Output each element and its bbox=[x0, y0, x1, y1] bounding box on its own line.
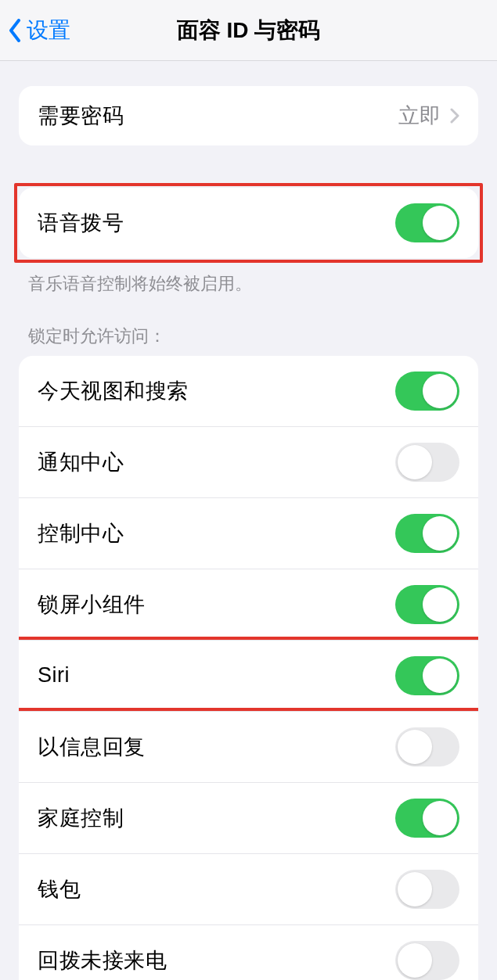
lock-access-toggle[interactable] bbox=[395, 372, 459, 411]
lock-access-label: Siri bbox=[38, 663, 70, 687]
back-button[interactable]: 设置 bbox=[0, 16, 70, 45]
lock-access-toggle[interactable] bbox=[395, 514, 459, 553]
lock-access-row: 控制中心 bbox=[19, 497, 478, 569]
voice-dial-toggle[interactable] bbox=[395, 203, 459, 242]
lock-access-row: 通知中心 bbox=[19, 426, 478, 497]
lock-access-row: 回拨未接来电 bbox=[19, 924, 478, 980]
lock-access-label: 钱包 bbox=[38, 875, 81, 903]
lock-access-list: 今天视图和搜索通知中心控制中心锁屏小组件Siri以信息回复家庭控制钱包回拨未接来… bbox=[19, 356, 478, 980]
lock-access-label: 锁屏小组件 bbox=[38, 591, 146, 619]
voice-dial-row: 语音拨号 bbox=[19, 188, 478, 258]
voice-dial-label: 语音拨号 bbox=[38, 209, 124, 237]
lock-access-toggle[interactable] bbox=[395, 656, 459, 695]
require-passcode-value: 立即 bbox=[398, 102, 441, 130]
lock-access-toggle[interactable] bbox=[395, 585, 459, 624]
lock-access-row: 家庭控制 bbox=[19, 782, 478, 853]
navigation-bar: 设置 面容 ID 与密码 bbox=[0, 0, 497, 61]
lock-access-row: 以信息回复 bbox=[19, 711, 478, 782]
chevron-right-icon bbox=[450, 108, 459, 124]
lock-access-row: Siri bbox=[19, 640, 478, 711]
lock-access-label: 回拨未接来电 bbox=[38, 946, 167, 975]
lock-access-label: 以信息回复 bbox=[38, 733, 146, 761]
require-passcode-label: 需要密码 bbox=[38, 102, 124, 130]
back-label: 设置 bbox=[27, 16, 70, 45]
lock-access-label: 家庭控制 bbox=[38, 804, 124, 832]
lock-access-row: 今天视图和搜索 bbox=[19, 356, 478, 426]
lock-access-toggle[interactable] bbox=[395, 799, 459, 838]
lock-access-toggle[interactable] bbox=[395, 941, 459, 980]
lock-access-label: 通知中心 bbox=[38, 448, 124, 476]
voice-dial-footer: 音乐语音控制将始终被启用。 bbox=[0, 263, 497, 296]
lock-access-label: 控制中心 bbox=[38, 519, 124, 547]
lock-access-row: 锁屏小组件 bbox=[19, 569, 478, 640]
lock-access-header: 锁定时允许访问： bbox=[0, 325, 497, 356]
lock-access-label: 今天视图和搜索 bbox=[38, 377, 189, 405]
require-passcode-row[interactable]: 需要密码 立即 bbox=[19, 86, 478, 145]
page-title: 面容 ID 与密码 bbox=[0, 16, 497, 45]
chevron-left-icon bbox=[8, 19, 22, 42]
lock-access-toggle[interactable] bbox=[395, 443, 459, 482]
voice-dial-highlight: 语音拨号 bbox=[14, 183, 483, 263]
lock-access-row: 钱包 bbox=[19, 853, 478, 924]
lock-access-toggle[interactable] bbox=[395, 727, 459, 766]
lock-access-toggle[interactable] bbox=[395, 870, 459, 909]
